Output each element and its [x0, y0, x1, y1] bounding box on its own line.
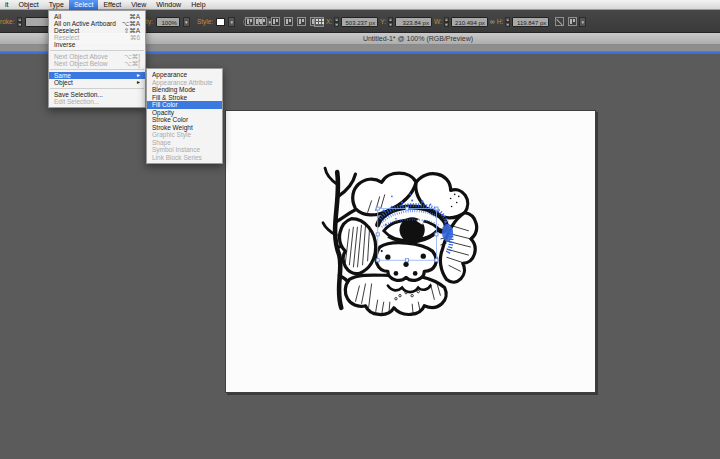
same-submenu-item-link-block-series: Link Block Series [147, 154, 222, 162]
menu-item-label: Edit Selection... [54, 98, 99, 105]
same-submenu-item-fill-stroke[interactable]: Fill & Stroke [147, 94, 222, 102]
select-menu-item-save-selection-[interactable]: Save Selection... [49, 91, 145, 98]
menu-item-label: Next Object Below [54, 60, 107, 67]
menu-item-label: Appearance [152, 71, 187, 79]
menu-item-label: Symbol Instance [152, 146, 200, 154]
same-submenu-item-appearance[interactable]: Appearance [147, 71, 222, 79]
y-input[interactable]: 323.84 px [395, 17, 432, 27]
y-label: Y: [380, 18, 386, 25]
menu-item-label: Fill & Stroke [152, 94, 187, 102]
menu-item-label: Next Object Above [54, 53, 108, 60]
menu-item-label: Same [54, 72, 71, 79]
menu-item-shortcut: ⌘A [129, 13, 140, 20]
style-dropdown-button[interactable]: ▾ [228, 17, 235, 27]
transform-icon[interactable] [555, 17, 564, 26]
menu-item-label: Opacity [152, 109, 174, 117]
menubar: itObjectTypeSelectEffectViewWindowHelp [0, 0, 720, 10]
menu-item-label: Fill Color [152, 101, 178, 109]
same-submenu-item-shape: Shape [147, 139, 222, 147]
w-stepper[interactable]: ▴▾ [444, 17, 449, 27]
x-label: X: [326, 18, 332, 25]
same-submenu: AppearanceAppearance AttributeBlending M… [146, 68, 223, 164]
select-menu-item-same[interactable]: Same▸ [49, 72, 145, 79]
align-icon-5[interactable] [297, 17, 306, 26]
menu-item-label: Graphic Style [152, 131, 191, 139]
same-submenu-item-graphic-style: Graphic Style [147, 131, 222, 139]
same-submenu-item-appearance-attribute: Appearance Attribute [147, 79, 222, 87]
menu-item-label: Stroke Weight [152, 124, 193, 132]
same-submenu-item-stroke-weight[interactable]: Stroke Weight [147, 124, 222, 132]
select-menu-item-inverse[interactable]: Inverse [49, 41, 145, 48]
submenu-arrow-icon: ▸ [137, 72, 140, 79]
menu-item-label: All [54, 13, 61, 20]
menubar-item-it[interactable]: it [0, 0, 14, 10]
select-menu-separator [50, 88, 144, 89]
more-options-dropdown-button[interactable]: ▾ [579, 17, 586, 27]
menu-item-shortcut: ⌥⌘A [122, 20, 140, 27]
select-menu-item-object[interactable]: Object▸ [49, 79, 145, 86]
select-menu-item-edit-selection-: Edit Selection... [49, 98, 145, 105]
menu-item-label: Stroke Color [152, 116, 188, 124]
style-label: Style: [197, 18, 213, 25]
menubar-item-effect[interactable]: Effect [98, 0, 126, 10]
select-menu-item-reselect: Reselect⌘6 [49, 34, 145, 41]
stroke-weight-input[interactable] [25, 17, 50, 27]
isolate-mode-icon[interactable] [568, 17, 577, 26]
opacity-dropdown-button[interactable]: ▾ [183, 17, 190, 27]
artwork-eye-flower-illustration[interactable] [321, 166, 481, 318]
select-menu-item-next-object-below: Next Object Below⌥⌘[ [49, 60, 145, 67]
menubar-item-window[interactable]: Window [151, 0, 186, 10]
menubar-item-help[interactable]: Help [186, 0, 210, 10]
menubar-item-select[interactable]: Select [69, 0, 98, 10]
menu-item-shortcut: ⇧⌘A [124, 27, 140, 34]
y-stepper[interactable]: ▴▾ [388, 17, 393, 27]
opacity-input[interactable]: 100% [156, 17, 180, 27]
select-menu-dropdown: All⌘AAll on Active Artboard⌥⌘ADeselect⇧⌘… [48, 10, 146, 108]
document-title: Untitled-1* @ 100% (RGB/Preview) [116, 33, 720, 45]
same-submenu-item-blending-mode[interactable]: Blending Mode [147, 86, 222, 94]
opacity-label: ty: [146, 18, 153, 25]
select-menu-item-deselect[interactable]: Deselect⇧⌘A [49, 27, 145, 34]
align-icon-1[interactable] [245, 17, 254, 26]
menu-item-shortcut: ⌘6 [130, 34, 140, 41]
menu-item-label: Blending Mode [152, 86, 195, 94]
same-submenu-item-opacity[interactable]: Opacity [147, 109, 222, 117]
menubar-item-type[interactable]: Type [44, 0, 69, 10]
reference-point-locator-icon[interactable] [314, 17, 324, 27]
menu-item-label: Inverse [54, 41, 75, 48]
submenu-arrow-icon: ▸ [137, 79, 140, 86]
menu-item-label: Reselect [54, 34, 79, 41]
menu-item-label: Save Selection... [54, 91, 103, 98]
stroke-stepper[interactable]: ▴▾ [17, 17, 22, 27]
align-icon-4[interactable] [284, 17, 293, 26]
style-swatch[interactable] [216, 18, 225, 26]
select-menu-separator [50, 50, 144, 51]
menu-item-label: All on Active Artboard [54, 20, 116, 27]
h-label: H: [497, 18, 504, 25]
x-stepper[interactable]: ▴▾ [334, 17, 339, 27]
artboard[interactable] [225, 110, 596, 393]
menu-item-label: Deselect [54, 27, 79, 34]
h-input[interactable]: 119.847 px [512, 17, 549, 27]
menu-item-shortcut: ⌥⌘] [124, 53, 140, 60]
same-submenu-item-fill-color[interactable]: Fill Color [147, 101, 222, 109]
menubar-item-view[interactable]: View [126, 0, 151, 10]
select-menu-item-all[interactable]: All⌘A [49, 13, 145, 20]
menubar-item-object[interactable]: Object [14, 0, 44, 10]
constrain-proportions-link-icon[interactable]: ∞ [490, 18, 495, 25]
select-menu-item-all-on-active-artboard[interactable]: All on Active Artboard⌥⌘A [49, 20, 145, 27]
same-submenu-item-stroke-color[interactable]: Stroke Color [147, 116, 222, 124]
stroke-label: roke: [0, 18, 14, 25]
align-icon-3[interactable] [271, 17, 280, 26]
menu-item-label: Object [54, 79, 73, 86]
w-label: W: [434, 18, 442, 25]
menu-item-shortcut: ⌥⌘[ [124, 60, 140, 67]
w-input[interactable]: 210.494 px [451, 17, 488, 27]
x-input[interactable]: 503.237 px [341, 17, 378, 27]
menu-item-label: Shape [152, 139, 171, 147]
select-menu-separator [50, 69, 144, 70]
h-stepper[interactable]: ▴▾ [505, 17, 510, 27]
align-icon-2[interactable] [258, 17, 267, 26]
menu-item-label: Link Block Series [152, 154, 202, 162]
canvas-pasteboard[interactable] [0, 54, 720, 459]
